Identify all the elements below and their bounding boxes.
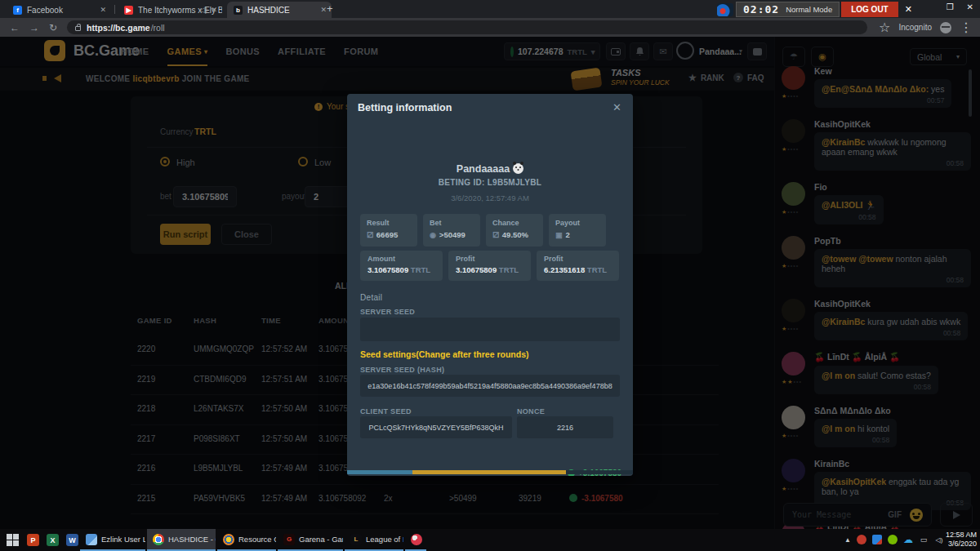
avatar[interactable] [782,299,805,322]
mention-link[interactable]: @I m on [822,371,858,380]
tray-display-icon[interactable]: ▭ [919,535,929,544]
faq-button[interactable]: ?FAQ [733,73,764,82]
chat-username[interactable]: Kew [814,66,971,76]
user-name[interactable]: Pandaaa... [699,47,742,56]
rank-button[interactable]: ★RANK [688,73,724,83]
nav-item-home[interactable]: HOME [121,37,149,66]
avatar[interactable] [782,182,805,206]
chat-channel-select[interactable]: Global▾ [910,48,967,65]
chat-username[interactable]: KasihOpitKek [814,299,971,309]
powerpoint-icon[interactable]: P [27,534,39,546]
nav-item-affiliate[interactable]: AFFILIATE [278,37,326,66]
taskbar-app-resource[interactable]: Resource Center [217,529,276,551]
user-avatar[interactable] [676,42,694,60]
nonce-input[interactable] [517,416,613,438]
start-button[interactable] [7,534,19,546]
close-icon[interactable]: ✕ [211,6,217,14]
nav-item-bonus[interactable]: BONUS [225,37,260,66]
mention-link[interactable]: @towew @towew [822,254,895,264]
restore-window-icon[interactable]: ❐ [947,2,954,11]
close-button[interactable]: Close [221,224,272,245]
back-icon[interactable]: ← [10,22,20,33]
chat-username[interactable]: SΔnΔ MΔnΔlo Δko [814,406,971,415]
close-icon[interactable]: ✕ [320,6,327,14]
modal-close-icon[interactable]: ✕ [612,101,621,113]
taskbar-clock[interactable]: 12:58 AM 3/6/2020 [946,531,977,549]
coin-drop-button[interactable]: ◉ [811,47,834,67]
chat-message-input[interactable] [784,504,882,526]
chat-username[interactable]: PopTb [814,236,971,246]
send-message-button[interactable] [940,503,973,527]
close-window-icon[interactable]: ✕ [967,2,973,11]
nav-item-games[interactable]: GAMES▾ [167,37,208,66]
high-radio[interactable] [160,157,170,167]
tray-security-icon[interactable] [857,535,866,544]
low-label[interactable]: Low [314,158,331,167]
server-seed-hash-input[interactable] [360,375,620,397]
messages-button[interactable]: ✉ [653,42,673,60]
forward-icon[interactable]: → [29,22,39,33]
bookmark-star-icon[interactable]: ☆ [879,20,890,35]
emoji-smiley-icon[interactable] [910,509,923,522]
chat-username[interactable]: 🍒 LīnDt 🍒 ÅlpiÅ 🍒 [814,352,971,362]
chat-bubble: @En@SΔnΔ MΔnΔlo Δko: yes00:57 [814,79,951,108]
taskbar-app-lol[interactable]: LLeague of Legends [345,529,403,551]
high-label[interactable]: High [176,158,195,167]
excel-icon[interactable]: X [47,534,59,546]
avatar[interactable] [782,66,805,90]
gif-button[interactable]: GIF [888,510,902,519]
cell: UMMGMQ0ZQP [194,344,254,353]
tab-youtube[interactable]: ▶ The Itchyworms x Ely Buend ◁) ✕ [118,2,222,18]
mention-link[interactable]: @ALI3OLI [822,200,865,210]
taskbar-app-garena[interactable]: GGarena - Game Cen... [278,529,343,551]
rain-button[interactable]: ☂ [782,47,805,67]
chat-toggle-button[interactable] [747,42,767,60]
taskbar-app-pinapp[interactable] [405,529,426,551]
bet-input[interactable] [173,186,237,207]
tray-volume-icon[interactable]: ◁) [934,535,944,544]
avatar[interactable] [782,459,805,482]
wallet-button[interactable] [606,42,626,60]
tab-hashdice[interactable]: b HASHDICE ✕ [227,2,332,18]
currency-value[interactable]: TRTL [194,127,216,136]
mention-link[interactable]: @En@SΔnΔ MΔnΔlo Δko: [822,84,931,94]
avatar[interactable] [782,406,805,429]
notifications-button[interactable] [630,42,649,60]
tab-facebook[interactable]: f Facebook ✕ [7,2,111,18]
balance-pill[interactable]: 107.224678 TRTL ▾ [504,42,600,60]
avatar[interactable] [782,236,805,260]
url-field[interactable]: https://bc.game /roll [67,20,867,34]
mention-link[interactable]: @KirainBc [822,137,867,147]
taskbar-app-chrome[interactable]: HASHDICE - Googl... [147,529,216,551]
player-name[interactable]: Pandaaaaa [347,163,633,175]
tray-onedrive-icon[interactable]: ☁ [903,535,913,544]
client-seed-input[interactable] [360,416,512,438]
tray-nvidia-icon[interactable] [888,535,898,544]
nav-item-forum[interactable]: FORUM [344,37,378,66]
tray-app-blue-icon[interactable] [872,535,882,544]
widget-close-icon[interactable]: ✕ [905,4,912,15]
new-tab-button[interactable]: + [327,2,333,15]
logout-button[interactable]: LOG OUT [841,2,898,17]
menu-dots-icon[interactable]: ⋮ [960,20,973,35]
close-icon[interactable]: ✕ [100,6,106,14]
chat-username[interactable]: KirainBc [814,459,971,469]
reload-icon[interactable]: ↻ [49,22,57,33]
mention-link[interactable]: @KirainBc [822,317,867,327]
avatar[interactable] [782,352,805,375]
table-row[interactable]: 2215PA59VHVBK512:57:49 AM3.1067580922x>5… [131,485,719,515]
mail-icon: ✉ [659,47,666,57]
chat-username[interactable]: KasihOpitKek [814,119,971,129]
bcgame-logo-icon[interactable] [44,40,65,61]
server-seed-input[interactable] [360,318,620,341]
avatar[interactable] [782,119,805,143]
word-icon[interactable]: W [66,534,78,546]
low-radio[interactable] [298,157,308,167]
mention-link[interactable]: @KasihOpitKek [822,477,889,487]
run-script-button[interactable]: Run script [160,224,211,245]
chat-timestamp: 00:58 [822,276,964,284]
mention-link[interactable]: @I m on [822,424,858,433]
chevron-up-icon[interactable]: ▲ [844,536,851,544]
taskbar-app-ezlink[interactable]: Ezlink User Login [80,529,145,551]
chat-username[interactable]: Fio [814,182,971,192]
